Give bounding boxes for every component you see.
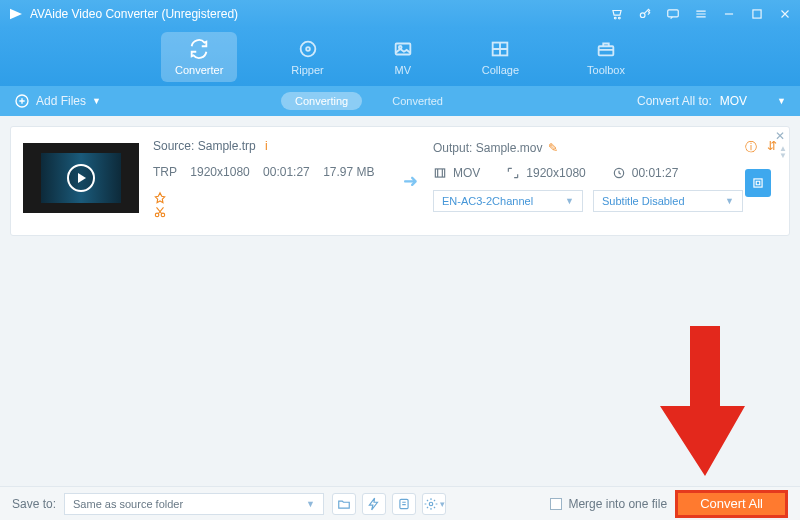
svg-point-3 xyxy=(640,13,645,18)
nav-mv[interactable]: MV xyxy=(378,32,428,82)
svg-point-7 xyxy=(306,47,310,51)
source-size: 17.97 MB xyxy=(323,165,374,179)
task-button[interactable] xyxy=(392,493,416,515)
main-nav: Converter Ripper MV Collage Toolbox xyxy=(0,28,800,86)
chevron-down-icon: ▼ xyxy=(92,96,101,106)
convert-all-label: Convert All xyxy=(700,496,763,511)
film-icon xyxy=(433,166,447,180)
file-list: ✕ ▲▼ Source: Sample.trp i TRP 1920x1080 … xyxy=(0,116,800,486)
menu-icon[interactable] xyxy=(694,7,708,21)
subtitle-select[interactable]: Subtitle Disabled ▼ xyxy=(593,190,743,212)
pin-icon[interactable] xyxy=(153,191,167,205)
svg-point-6 xyxy=(300,42,315,57)
convert-all-to-label: Convert All to: xyxy=(637,94,712,108)
source-label: Source: xyxy=(153,139,194,153)
gpu-accel-button[interactable] xyxy=(362,493,386,515)
tab-converted[interactable]: Converted xyxy=(378,92,457,110)
svg-marker-0 xyxy=(10,9,22,20)
add-files-label: Add Files xyxy=(36,94,86,108)
ripper-icon xyxy=(297,38,319,60)
merge-checkbox[interactable]: Merge into one file xyxy=(550,497,667,511)
gear-icon xyxy=(424,497,438,511)
chevron-down-icon: ▼ xyxy=(565,196,574,206)
source-format: TRP xyxy=(153,165,177,179)
merge-label: Merge into one file xyxy=(568,497,667,511)
output-duration: 00:01:27 xyxy=(632,166,679,180)
reorder-handles[interactable]: ▲▼ xyxy=(779,145,787,159)
plus-circle-icon xyxy=(14,93,30,109)
output-info: Output: Sample.mov ✎ ⓘ ⇵ MOV 1920x1080 0… xyxy=(433,137,777,225)
output-label: Output: xyxy=(433,141,472,155)
source-info: Source: Sample.trp i TRP 1920x1080 00:01… xyxy=(153,137,403,225)
svg-rect-17 xyxy=(754,179,762,187)
play-icon xyxy=(67,164,95,192)
chevron-down-icon: ▼ xyxy=(725,196,734,206)
task-icon xyxy=(397,497,411,511)
nav-label: MV xyxy=(394,64,411,76)
file-item: ✕ ▲▼ Source: Sample.trp i TRP 1920x1080 … xyxy=(10,126,790,236)
collage-icon xyxy=(489,38,511,60)
preset-icon xyxy=(751,176,765,190)
close-icon[interactable] xyxy=(778,7,792,21)
audio-track-value: EN-AC3-2Channel xyxy=(442,195,533,207)
resolution-icon xyxy=(506,166,520,180)
add-files-button[interactable]: Add Files ▼ xyxy=(14,93,101,109)
subtitle-value: Subtitle Disabled xyxy=(602,195,685,207)
chevron-down-icon: ▾ xyxy=(440,499,445,509)
warning-icon[interactable]: ⓘ xyxy=(745,139,757,156)
save-to-value: Same as source folder xyxy=(73,498,183,510)
feedback-icon[interactable] xyxy=(666,7,680,21)
tab-converting[interactable]: Converting xyxy=(281,92,362,110)
converter-icon xyxy=(188,38,210,60)
folder-icon xyxy=(337,497,351,511)
maximize-icon[interactable] xyxy=(750,7,764,21)
cart-icon[interactable] xyxy=(610,7,624,21)
nav-label: Ripper xyxy=(291,64,323,76)
convert-all-button[interactable]: Convert All xyxy=(675,490,788,518)
sub-toolbar: Add Files ▼ Converting Converted Convert… xyxy=(0,86,800,116)
output-preset-button[interactable] xyxy=(745,169,771,197)
app-logo-icon xyxy=(8,6,24,22)
video-thumbnail[interactable] xyxy=(23,143,139,213)
info-icon[interactable]: i xyxy=(265,139,268,153)
output-format-select[interactable]: MOV ▼ xyxy=(720,94,786,108)
svg-point-19 xyxy=(429,502,433,506)
audio-track-select[interactable]: EN-AC3-2Channel ▼ xyxy=(433,190,583,212)
mv-icon xyxy=(392,38,414,60)
source-filename: Sample.trp xyxy=(198,139,256,153)
svg-rect-8 xyxy=(395,44,410,55)
nav-toolbox[interactable]: Toolbox xyxy=(573,32,639,82)
nav-label: Collage xyxy=(482,64,519,76)
chevron-down-icon: ▼ xyxy=(306,499,315,509)
window-title: AVAide Video Converter (Unregistered) xyxy=(30,7,610,21)
source-resolution: 1920x1080 xyxy=(190,165,249,179)
clock-icon xyxy=(612,166,626,180)
cut-icon[interactable] xyxy=(153,205,167,219)
arrow-right-icon: ➜ xyxy=(403,137,433,225)
nav-collage[interactable]: Collage xyxy=(468,32,533,82)
edit-icon[interactable]: ✎ xyxy=(548,141,558,155)
toolbox-icon xyxy=(595,38,617,60)
save-to-select[interactable]: Same as source folder ▼ xyxy=(64,493,324,515)
settings-button[interactable]: ▾ xyxy=(422,493,446,515)
open-folder-button[interactable] xyxy=(332,493,356,515)
output-resolution: 1920x1080 xyxy=(526,166,585,180)
output-format: MOV xyxy=(453,166,480,180)
compress-icon[interactable]: ⇵ xyxy=(767,139,777,156)
annotation-arrow-icon xyxy=(660,326,750,476)
bolt-icon xyxy=(367,497,381,511)
key-icon[interactable] xyxy=(638,7,652,21)
nav-label: Converter xyxy=(175,64,223,76)
minimize-icon[interactable] xyxy=(722,7,736,21)
title-bar: AVAide Video Converter (Unregistered) xyxy=(0,0,800,28)
svg-rect-15 xyxy=(435,169,444,177)
footer-tools: ▾ xyxy=(332,493,446,515)
save-to-label: Save to: xyxy=(12,497,56,511)
nav-label: Toolbox xyxy=(587,64,625,76)
nav-ripper[interactable]: Ripper xyxy=(277,32,337,82)
nav-converter[interactable]: Converter xyxy=(161,32,237,82)
svg-rect-5 xyxy=(753,10,761,18)
chevron-down-icon: ▼ xyxy=(777,96,786,106)
window-controls xyxy=(610,7,792,21)
svg-point-2 xyxy=(618,17,620,19)
